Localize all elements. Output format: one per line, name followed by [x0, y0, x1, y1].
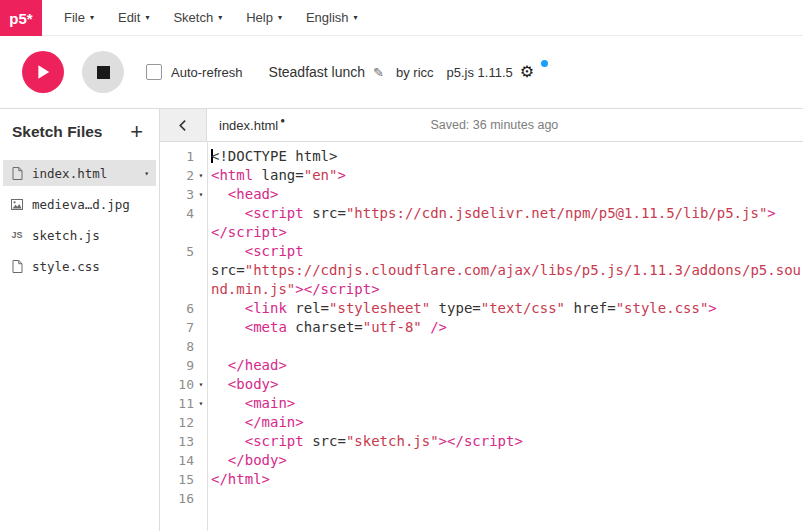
menu-items: File▾Edit▾Sketch▾Help▾English▾ [52, 0, 370, 35]
code-text[interactable] [207, 489, 803, 508]
collapse-sidebar-button[interactable] [160, 109, 207, 141]
fold-arrow-icon[interactable]: ▾ [195, 394, 207, 413]
code-text[interactable]: </html> [207, 470, 803, 489]
saved-status: Saved: 36 minutes ago [430, 118, 558, 132]
fold-spacer [195, 432, 207, 451]
chevron-left-icon [177, 119, 190, 132]
code-text[interactable] [207, 337, 803, 356]
gutter: 7 [160, 318, 207, 337]
file-icon [10, 260, 24, 273]
fold-spacer [195, 470, 207, 489]
fold-arrow-icon[interactable]: ▾ [195, 166, 207, 185]
line-number: 13 [178, 432, 195, 451]
gutter: 16 [160, 489, 207, 508]
js-icon: JS [10, 230, 24, 240]
play-icon [36, 64, 51, 80]
line-number: 15 [178, 470, 195, 489]
settings-gear-icon[interactable]: ⚙ [520, 64, 534, 80]
file-item-index-html[interactable]: index.html▾ [3, 160, 156, 186]
line-number: 3 [186, 185, 195, 204]
code-text[interactable]: <script src="https://cdn.jsdelivr.net/np… [207, 204, 803, 242]
fold-spacer [195, 356, 207, 375]
code-line-9: 9 </head> [160, 356, 803, 375]
code-editor[interactable]: 1<!DOCTYPE html>2▾<html lang="en">3▾ <he… [160, 142, 803, 531]
tab-label: index.html [219, 118, 278, 133]
menu-edit[interactable]: Edit▾ [106, 0, 161, 35]
main-area: Sketch Files + index.html▾medieva…d.jpgJ… [0, 108, 803, 531]
line-number: 9 [186, 356, 195, 375]
stop-button[interactable] [82, 51, 124, 93]
sketch-name: Steadfast lunch [269, 64, 366, 80]
line-number: 1 [186, 147, 195, 166]
notification-dot [541, 60, 548, 67]
fold-spacer [195, 489, 207, 508]
line-number: 5 [186, 242, 195, 261]
code-text[interactable]: <head> [207, 185, 803, 204]
unsaved-indicator: ● [280, 116, 285, 125]
chevron-down-icon: ▾ [354, 13, 358, 22]
code-line-10: 10▾ <body> [160, 375, 803, 394]
edit-sketch-name-icon[interactable]: ✎ [373, 65, 384, 80]
chevron-down-icon: ▾ [145, 13, 149, 22]
menu-file[interactable]: File▾ [52, 0, 106, 35]
play-button[interactable] [22, 51, 64, 93]
file-item-medieva-d-jpg[interactable]: medieva…d.jpg [3, 191, 156, 217]
line-number: 16 [178, 489, 195, 508]
tab-index-html[interactable]: index.html ● [219, 118, 285, 133]
code-line-4: 4 <script src="https://cdn.jsdelivr.net/… [160, 204, 803, 242]
gutter: 15 [160, 470, 207, 489]
code-line-6: 6 <link rel="stylesheet" type="text/css"… [160, 299, 803, 318]
gutter: 2▾ [160, 166, 207, 185]
code-text[interactable]: <meta charset="utf-8" /> [207, 318, 803, 337]
file-icon [10, 167, 24, 180]
auto-refresh-checkbox[interactable] [146, 64, 162, 80]
code-text[interactable]: <script src="https://cdnjs.cloudflare.co… [207, 242, 803, 299]
gutter: 6 [160, 299, 207, 318]
p5-logo[interactable]: p5* [0, 0, 42, 36]
menu-english[interactable]: English▾ [294, 0, 370, 35]
code-line-7: 7 <meta charset="utf-8" /> [160, 318, 803, 337]
code-text[interactable]: <main> [207, 394, 803, 413]
code-text[interactable]: <script src="sketch.js"></script> [207, 432, 803, 451]
gutter: 14 [160, 451, 207, 470]
file-name: style.css [32, 259, 100, 274]
line-number: 7 [186, 318, 195, 337]
file-name: index.html [32, 166, 107, 181]
code-line-1: 1<!DOCTYPE html> [160, 147, 803, 166]
line-number: 8 [186, 337, 195, 356]
file-item-sketch-js[interactable]: JSsketch.js [3, 222, 156, 248]
gutter: 10▾ [160, 375, 207, 394]
author-label[interactable]: by ricc [396, 65, 434, 80]
fold-spacer [195, 147, 207, 166]
code-text[interactable]: <link rel="stylesheet" type="text/css" h… [207, 299, 803, 318]
code-line-15: 15</html> [160, 470, 803, 489]
code-text[interactable]: <html lang="en"> [207, 166, 803, 185]
code-text[interactable]: </main> [207, 413, 803, 432]
auto-refresh-toggle[interactable]: Auto-refresh [146, 64, 243, 80]
fold-spacer [195, 451, 207, 470]
menu-help[interactable]: Help▾ [234, 0, 294, 35]
fold-spacer [195, 337, 207, 356]
menu-label: Edit [118, 10, 140, 25]
file-menu-caret-icon[interactable]: ▾ [144, 169, 149, 178]
menu-sketch[interactable]: Sketch▾ [161, 0, 234, 35]
file-item-style-css[interactable]: style.css [3, 253, 156, 279]
line-number: 12 [178, 413, 195, 432]
code-text[interactable]: </body> [207, 451, 803, 470]
fold-arrow-icon[interactable]: ▾ [195, 375, 207, 394]
file-list: index.html▾medieva…d.jpgJSsketch.jsstyle… [0, 155, 159, 284]
gutter: 13 [160, 432, 207, 451]
stop-icon [97, 66, 110, 79]
add-file-button[interactable]: + [128, 121, 145, 143]
fold-arrow-icon[interactable]: ▾ [195, 185, 207, 204]
code-text[interactable]: <!DOCTYPE html> [207, 147, 803, 166]
line-number: 11 [178, 394, 195, 413]
menu-label: English [306, 10, 349, 25]
code-text[interactable]: <body> [207, 375, 803, 394]
code-line-5: 5 <script src="https://cdnjs.cloudflare.… [160, 242, 803, 299]
code-text[interactable]: </head> [207, 356, 803, 375]
gutter: 11▾ [160, 394, 207, 413]
sidebar-header: Sketch Files + [0, 109, 159, 147]
gutter: 8 [160, 337, 207, 356]
file-name: medieva…d.jpg [32, 197, 130, 212]
